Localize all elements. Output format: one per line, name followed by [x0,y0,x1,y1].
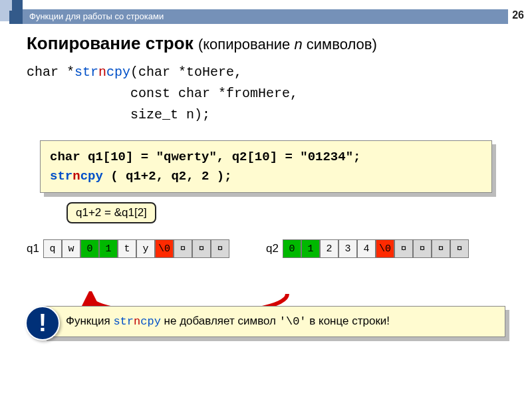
section-title: Функции для работы со строками [23,9,508,24]
cell: 0 [80,239,99,258]
cell: ¤ [394,239,413,258]
cell: 0 [283,239,301,258]
page-number: 26 [512,9,524,21]
cell: y [136,239,155,258]
heading-main: Копирование строк [27,33,194,53]
code-example: char q1[10] = "qwerty", q2[10] = "01234"… [40,140,492,193]
slide-heading: Копирование строк (копирование n символо… [27,33,505,54]
cell: ¤ [192,239,211,258]
cell: \0 [376,239,394,258]
cell: ¤ [211,239,229,258]
cell: ¤ [432,239,450,258]
warning-note: ! Функция strncpy не добавляет символ '\… [43,306,505,337]
heading-sub: (копирование n символов) [198,36,377,53]
cell: ¤ [450,239,469,258]
cell: 1 [301,239,320,258]
cell: t [118,239,136,258]
cell: ¤ [174,239,192,258]
pointer-hint-bubble: q1+2 = &q1[2] [66,202,156,223]
function-signature: char *strncpy(char *toHere, const char *… [27,62,505,126]
cell: ¤ [413,239,432,258]
cell: 2 [320,239,338,258]
array-diagram: q1 q w 0 1 t y \0 ¤ ¤ ¤ q2 0 1 2 3 4 \0 … [27,235,505,275]
array-q2: q2 0 1 2 3 4 \0 ¤ ¤ ¤ ¤ [266,239,469,258]
cell: 1 [99,239,118,258]
cell: w [62,239,80,258]
cell: \0 [155,239,174,258]
cell: 3 [338,239,357,258]
cell: q [43,239,62,258]
slide-header: Функции для работы со строками 26 [0,0,532,27]
cell: 4 [357,239,376,258]
array-q1: q1 q w 0 1 t y \0 ¤ ¤ ¤ [27,239,229,258]
exclamation-icon: ! [25,306,60,340]
